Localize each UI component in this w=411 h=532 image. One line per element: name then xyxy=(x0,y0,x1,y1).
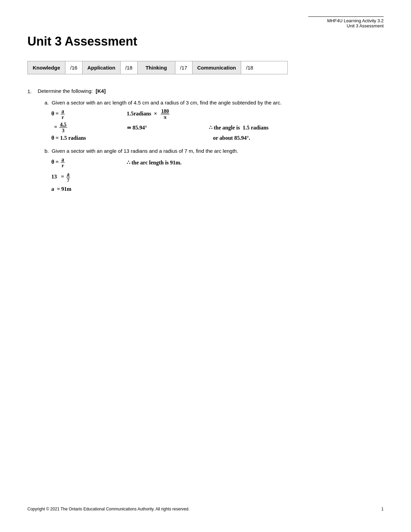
math-row-b1: θ = a r ∴ the arc length is 91m. xyxy=(51,157,384,169)
math-row-b2: 13 = a 7 xyxy=(51,171,384,183)
page-header: MHF4U Learning Activity 3.2 Unit 3 Asses… xyxy=(308,16,384,28)
header-subtitle: Unit 3 Assessment xyxy=(308,23,384,28)
math-a3-col3: or about 85.94°. xyxy=(209,135,384,141)
thinking-label: Thinking xyxy=(138,61,175,74)
footer-page-number: 1 xyxy=(381,507,384,511)
main-content: Unit 3 Assessment Knowledge /16 Applicat… xyxy=(0,0,411,228)
fraction-b-a-r: a r xyxy=(61,157,65,169)
math-b1-col1: θ = a r xyxy=(51,157,127,169)
math-row-a2: = 4.5 3 ≃ 85.94° ∴ the angle is 1.5 radi… xyxy=(51,122,384,134)
question-1: 1. Determine the following: [K4] a. Give… xyxy=(27,88,384,192)
math-a3-col1: θ = 1.5 radians xyxy=(51,135,127,141)
question-1b: b. Given a sector with an angle of 13 ra… xyxy=(45,148,384,192)
math-b2-col1: 13 = a 7 xyxy=(51,171,127,183)
communication-value: /18 xyxy=(241,61,258,74)
math-a2-col2: ≃ 85.94° xyxy=(127,124,209,131)
part-b-label: b. Given a sector with an angle of 13 ra… xyxy=(45,148,384,154)
page-wrapper: MHF4U Learning Activity 3.2 Unit 3 Asses… xyxy=(0,0,411,532)
math-row-b3: a = 91m xyxy=(51,186,384,192)
question-1-main: 1. Determine the following: [K4] xyxy=(27,88,384,94)
page-footer: Copyright © 2021 The Ontario Educational… xyxy=(27,507,384,511)
application-label: Application xyxy=(83,61,121,74)
fraction-180-pi: 180 π xyxy=(161,108,170,120)
page-title: Unit 3 Assessment xyxy=(27,34,384,49)
fraction-a-r: a r xyxy=(61,108,65,120)
part-a-label: a. Given a sector with an arc length of … xyxy=(45,100,384,106)
math-b3-col1: a = 91m xyxy=(51,186,127,192)
question-1a: a. Given a sector with an arc length of … xyxy=(45,100,384,141)
math-row-a3: θ = 1.5 radians or about 85.94°. xyxy=(51,135,384,141)
question-number: 1. xyxy=(27,88,38,94)
application-value: /18 xyxy=(121,61,138,74)
knowledge-label: Knowledge xyxy=(28,61,65,74)
math-a2-col1: = 4.5 3 xyxy=(51,122,127,134)
math-part-a: θ = a r 1.5radians × 180 π xyxy=(51,108,384,141)
knowledge-value: /16 xyxy=(65,61,83,74)
header-title: MHF4U Learning Activity 3.2 xyxy=(308,18,384,23)
footer-copyright: Copyright © 2021 The Ontario Educational… xyxy=(27,507,189,511)
communication-label: Communication xyxy=(192,61,241,74)
math-part-b: θ = a r ∴ the arc length is 91m. xyxy=(51,157,384,192)
math-b1-col2: ∴ the arc length is 91m. xyxy=(127,159,209,166)
fraction-b-a-7: a 7 xyxy=(66,171,70,183)
question-text: Determine the following: [K4] xyxy=(38,88,105,94)
score-table: Knowledge /16 Application /18 Thinking /… xyxy=(27,61,288,74)
fraction-4-5-3: 4.5 3 xyxy=(59,122,67,134)
thinking-value: /17 xyxy=(175,61,192,74)
math-row-a1: θ = a r 1.5radians × 180 π xyxy=(51,108,384,120)
math-a1-col2: 1.5radians × 180 π xyxy=(127,108,209,120)
math-a2-col3: ∴ the angle is 1.5 radians xyxy=(209,124,384,131)
header-divider xyxy=(308,16,384,17)
math-a1-col1: θ = a r xyxy=(51,108,127,120)
